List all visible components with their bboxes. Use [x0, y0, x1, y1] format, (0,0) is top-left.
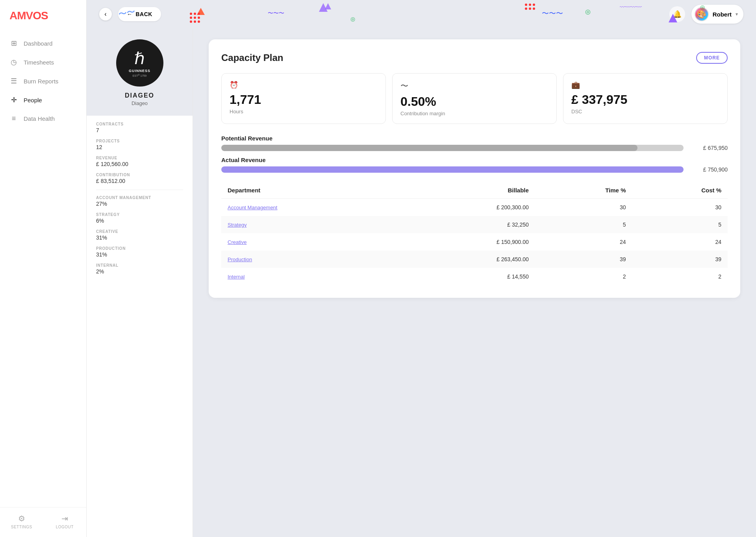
sidebar-label-timesheets: Timesheets — [24, 59, 54, 66]
actual-revenue-label: Actual Revenue — [221, 157, 728, 163]
actual-revenue-bar-bg — [221, 166, 684, 173]
client-stats: CONTRACTS 7 PROJECTS 12 REVENUE £ 120,56… — [87, 116, 193, 286]
logo-text: AMV — [9, 9, 33, 22]
topbar: 〜〜 〜〜〜 ◎ 〜〜〜 ◎ 〰〰〰〰 ◎ ‹ ← BACK — [87, 0, 756, 28]
metric-hours: ⏰ 1,771 Hours — [221, 73, 386, 124]
svg-point-8 — [194, 20, 196, 23]
production-value: 31% — [96, 251, 183, 258]
back-arrow-icon: ← — [127, 11, 133, 17]
cell-cost-pct: 5 — [632, 216, 728, 233]
dept-link[interactable]: Account Management — [228, 205, 277, 210]
sidebar-label-data-health: Data Health — [24, 115, 55, 122]
strategy-value: 6% — [96, 218, 183, 224]
back-button[interactable]: ← BACK — [118, 7, 161, 21]
acct-mgmt-value: 27% — [96, 201, 183, 207]
user-badge[interactable]: 🎨 Robert ▾ — [691, 5, 743, 24]
contracts-value: 7 — [96, 127, 183, 133]
deco-zigzag-4: 〰〰〰〰 — [620, 4, 642, 10]
revenue-label: REVENUE — [96, 156, 183, 160]
table-row: Account Management £ 200,300.00 30 30 — [221, 199, 728, 216]
svg-point-9 — [198, 20, 200, 23]
svg-point-2 — [194, 13, 196, 15]
department-table: Department Billable Time % Cost % Accoun… — [221, 182, 728, 285]
client-subname: Diageo — [132, 100, 148, 106]
sidebar-item-data-health[interactable]: ≡ Data Health — [0, 109, 86, 128]
dsc-icon: 💼 — [571, 81, 719, 89]
table-row: Strategy £ 32,250 5 5 — [221, 216, 728, 233]
cell-time-pct: 39 — [535, 251, 632, 268]
sidebar-label-burn-reports: Burn Reports — [24, 78, 58, 85]
settings-button[interactable]: ⚙ SETTINGS — [0, 514, 43, 529]
acct-mgmt-label: ACCOUNT MANAGEMENT — [96, 196, 183, 200]
logout-button[interactable]: ⇥ LOGOUT — [43, 514, 87, 529]
revenue-value: £ 120,560.00 — [96, 161, 183, 167]
svg-point-16 — [529, 7, 531, 10]
collapse-button[interactable]: ‹ — [99, 8, 112, 20]
potential-revenue-amount: £ 675,950 — [688, 145, 728, 151]
production-label: PRODUCTION — [96, 246, 183, 251]
svg-point-13 — [529, 4, 531, 6]
contracts-label: CONTRACTS — [96, 122, 183, 126]
left-panel: ℏ GUINNESS ESTD 1759 DIAGEO Diageo CONTR… — [87, 28, 193, 537]
client-logo: ℏ GUINNESS ESTD 1759 — [116, 39, 163, 87]
back-label: BACK — [136, 11, 152, 17]
settings-icon: ⚙ — [18, 514, 26, 523]
dsc-label: DSC — [571, 109, 719, 114]
col-billable: Billable — [404, 182, 535, 199]
svg-marker-10 — [319, 3, 328, 12]
app-logo: AMVOS — [0, 0, 86, 30]
contracts-stat: CONTRACTS 7 — [96, 122, 183, 133]
user-name: Robert — [713, 11, 732, 18]
revenue-stat: REVENUE £ 120,560.00 — [96, 156, 183, 167]
dashboard-icon: ⊞ — [9, 39, 18, 48]
divider — [96, 190, 183, 190]
sidebar-bottom: ⚙ SETTINGS ⇥ LOGOUT — [0, 507, 86, 537]
deco-triangle-1 — [319, 3, 328, 13]
cell-billable: £ 14,550 — [404, 268, 535, 285]
burn-reports-icon: ☰ — [9, 77, 18, 85]
projects-stat: PROJECTS 12 — [96, 139, 183, 150]
cell-time-pct: 24 — [535, 233, 632, 251]
sidebar-item-people[interactable]: ✛ People — [0, 90, 86, 109]
sidebar-item-burn-reports[interactable]: ☰ Burn Reports — [0, 72, 86, 90]
potential-revenue-bar-bg — [221, 145, 684, 151]
more-button[interactable]: MORE — [696, 52, 728, 64]
dept-link[interactable]: Creative — [228, 239, 246, 245]
sidebar-item-timesheets[interactable]: ◷ Timesheets — [0, 53, 86, 72]
acct-mgmt-stat: ACCOUNT MANAGEMENT 27% — [96, 196, 183, 207]
cell-time-pct: 5 — [535, 216, 632, 233]
main-content: 〜〜 〜〜〜 ◎ 〜〜〜 ◎ 〰〰〰〰 ◎ ‹ ← BACK — [87, 0, 756, 537]
hours-label: Hours — [230, 109, 378, 114]
margin-icon: 〜 — [400, 81, 548, 91]
margin-label: Contribution margin — [400, 111, 548, 116]
metrics-row: ⏰ 1,771 Hours 〜 0.50% Contribution margi… — [221, 73, 728, 124]
strategy-label: STRATEGY — [96, 212, 183, 217]
strategy-stat: STRATEGY 6% — [96, 212, 183, 224]
client-name: DIAGEO — [125, 92, 154, 99]
cell-cost-pct: 2 — [632, 268, 728, 285]
capacity-header: Capacity Plan MORE — [221, 52, 728, 64]
table-row: Creative £ 150,900.00 24 24 — [221, 233, 728, 251]
timesheets-icon: ◷ — [9, 58, 18, 66]
dept-link[interactable]: Production — [228, 257, 252, 262]
deco-zigzag-3: 〜〜〜 — [542, 9, 563, 18]
creative-value: 31% — [96, 234, 183, 241]
metric-margin: 〜 0.50% Contribution margin — [392, 73, 557, 124]
notification-button[interactable]: 🔔 — [669, 6, 685, 22]
dsc-value: £ 337,975 — [571, 92, 719, 107]
col-time-pct: Time % — [535, 182, 632, 199]
svg-marker-11 — [325, 3, 331, 9]
projects-label: PROJECTS — [96, 139, 183, 143]
svg-point-14 — [533, 4, 535, 6]
actual-revenue-bar-fill — [221, 166, 684, 173]
creative-label: CREATIVE — [96, 229, 183, 234]
dept-link[interactable]: Strategy — [228, 222, 246, 228]
cell-time-pct: 30 — [535, 199, 632, 216]
svg-point-3 — [198, 13, 200, 15]
deco-dots-1 — [189, 12, 201, 25]
sidebar-item-dashboard[interactable]: ⊞ Dashboard — [0, 34, 86, 53]
dept-link[interactable]: Internal — [228, 274, 245, 280]
deco-circle-2: ◎ — [585, 8, 591, 15]
capacity-plan-title: Capacity Plan — [221, 52, 283, 63]
potential-revenue-bar-row: £ 675,950 — [221, 145, 728, 151]
